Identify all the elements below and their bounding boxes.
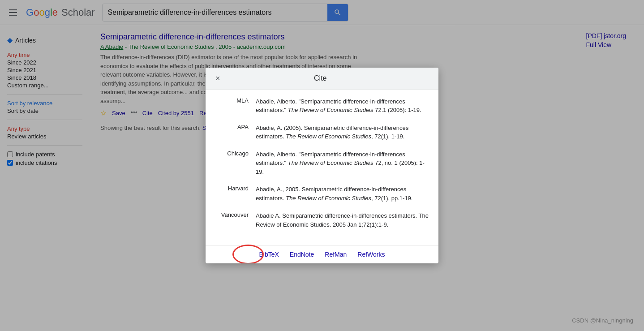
modal-body: MLA Abadie, Alberto. "Semiparametric dif… [206,90,438,175]
cite-modal: × Cite MLA Abadie, Alberto. "Semiparamet… [206,68,438,175]
modal-header: × Cite [206,68,438,90]
cite-label-apa: APA [213,124,249,141]
cite-row-apa: APA Abadie, A. (2005). Semiparametric di… [213,124,431,141]
cite-text-mla: Abadie, Alberto. "Semiparametric differe… [256,97,431,115]
cite-label-mla: MLA [213,97,249,115]
cite-text-chicago: Abadie, Alberto. "Semiparametric differe… [256,150,431,175]
cite-row-mla: MLA Abadie, Alberto. "Semiparametric dif… [213,97,431,115]
cite-label-chicago: Chicago [213,150,249,175]
modal-overlay[interactable]: × Cite MLA Abadie, Alberto. "Semiparamet… [0,0,644,175]
modal-close-button[interactable]: × [213,73,223,84]
cite-row-chicago: Chicago Abadie, Alberto. "Semiparametric… [213,150,431,175]
cite-text-apa: Abadie, A. (2005). Semiparametric differ… [256,124,431,141]
modal-title: Cite [223,74,418,82]
